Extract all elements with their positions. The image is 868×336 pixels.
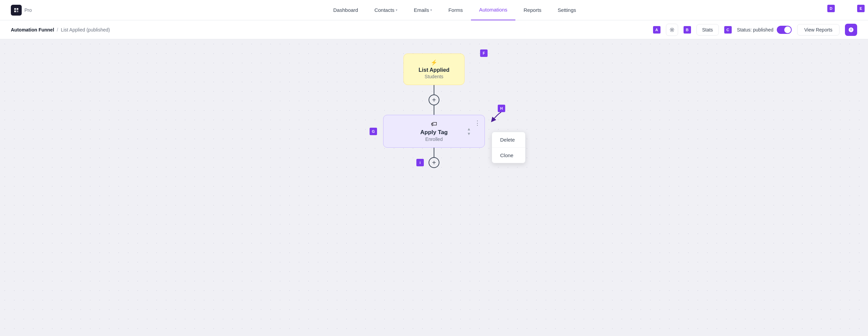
context-clone[interactable]: Clone <box>492 148 525 163</box>
canvas: F ⚡ List Applied Students + G H <box>0 39 868 336</box>
collapse-down-arrow: ▼ <box>467 132 471 136</box>
svg-rect-0 <box>17 10 18 12</box>
action-menu-button[interactable]: ⋮ <box>474 119 480 127</box>
trigger-icon: ⚡ <box>412 59 456 66</box>
breadcrumb-home[interactable]: Automation Funnel <box>11 27 54 33</box>
stats-label: Stats <box>702 27 713 33</box>
trigger-subtitle: Students <box>412 74 456 79</box>
nav-settings[interactable]: Settings <box>550 0 584 20</box>
toggle-knob <box>784 26 791 33</box>
connector-3 <box>434 148 434 157</box>
emails-chevron: ▾ <box>430 8 432 12</box>
action-title: Apply Tag <box>392 129 476 136</box>
view-reports-button[interactable]: View Reports <box>797 24 840 36</box>
trigger-title: List Applied <box>412 67 456 73</box>
breadcrumb-actions: A B Stats C Status: published View Repor… <box>653 24 857 36</box>
nav-automations[interactable]: Automations <box>471 0 515 20</box>
contacts-chevron: ▾ <box>396 8 397 12</box>
badge-D: D <box>827 5 835 12</box>
status-label: Status: published <box>737 27 773 33</box>
logo-text: Pro <box>24 7 32 13</box>
nav-reports[interactable]: Reports <box>515 0 550 20</box>
action-wrapper: G H 🏷 Apply Tag Enro <box>383 115 485 148</box>
badge-F: F <box>480 49 488 57</box>
badge-C: C <box>724 26 732 34</box>
add-step-button-1[interactable]: + <box>429 94 439 105</box>
connector-2 <box>434 105 434 115</box>
badge-B: B <box>684 26 691 34</box>
logo-icon <box>11 5 22 16</box>
navbar: Pro Dashboard Contacts ▾ Emails ▾ Forms … <box>0 0 868 20</box>
nav-forms[interactable]: Forms <box>440 0 471 20</box>
connector-1 <box>434 85 434 94</box>
context-menu: Delete Clone <box>492 132 526 163</box>
status-section: Status: published <box>737 26 792 34</box>
collapse-arrows[interactable]: ▲ ▼ <box>467 127 471 136</box>
action-subtitle: Enrolled <box>392 136 476 142</box>
badge-G: G <box>370 128 377 135</box>
svg-point-1 <box>671 29 673 30</box>
badge-i: i <box>416 159 424 166</box>
breadcrumb-bar: Automation Funnel / List Applied (publis… <box>0 20 868 39</box>
nav-emails[interactable]: Emails ▾ <box>406 0 440 20</box>
nav-links: Dashboard Contacts ▾ Emails ▾ Forms Auto… <box>52 0 857 20</box>
help-icon-button[interactable] <box>845 24 857 36</box>
trigger-node[interactable]: ⚡ List Applied Students <box>403 54 465 85</box>
context-delete[interactable]: Delete <box>492 132 525 148</box>
nav-dashboard[interactable]: Dashboard <box>325 0 366 20</box>
status-toggle[interactable] <box>777 26 792 34</box>
add-button-wrapper: i + <box>429 157 439 168</box>
collapse-up-arrow: ▲ <box>467 127 471 131</box>
action-node[interactable]: 🏷 Apply Tag Enrolled ⋮ ▲ ▼ <box>383 115 485 148</box>
stats-button[interactable]: Stats <box>696 24 719 36</box>
add-step-button-2[interactable]: + <box>429 157 439 168</box>
logo[interactable]: Pro <box>11 5 32 16</box>
breadcrumb-current: List Applied (published) <box>61 27 110 33</box>
settings-button[interactable] <box>666 24 678 36</box>
action-icon: 🏷 <box>392 121 476 128</box>
nav-contacts[interactable]: Contacts ▾ <box>366 0 406 20</box>
badge-E: E <box>857 5 865 12</box>
flow-container: F ⚡ List Applied Students + G H <box>383 49 485 168</box>
breadcrumb: Automation Funnel / List Applied (publis… <box>11 27 110 33</box>
breadcrumb-separator: / <box>57 27 58 33</box>
badge-A: A <box>653 26 660 34</box>
